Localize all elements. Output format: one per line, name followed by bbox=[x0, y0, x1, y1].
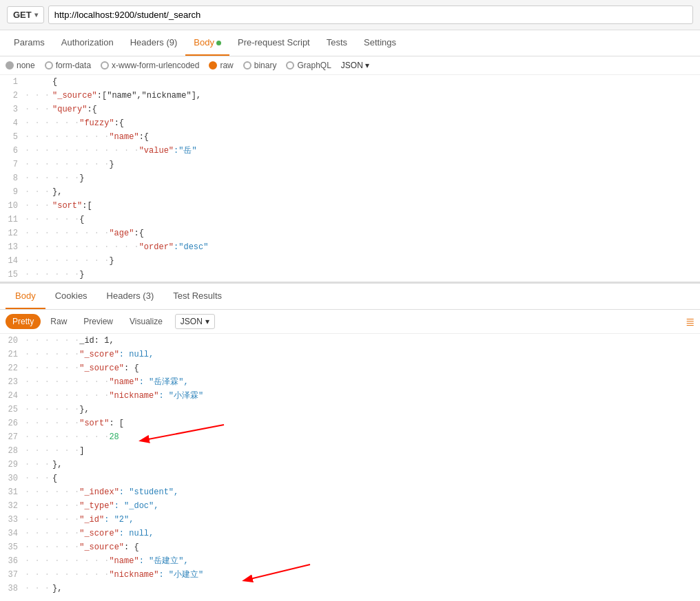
line-number: 26 bbox=[0, 417, 25, 430]
request-code-line: 12· · · · · · · · ·"age":{ bbox=[0, 226, 700, 240]
request-code-line: 11· · · · · ·{ bbox=[0, 213, 700, 226]
request-code-line: 10· · ·"sort":[ bbox=[0, 199, 700, 213]
line-number: 23 bbox=[0, 375, 25, 389]
response-code-line: 29· · ·}, bbox=[0, 458, 700, 472]
radio-graphql[interactable]: GraphQL bbox=[286, 61, 331, 70]
btn-raw[interactable]: Raw bbox=[43, 314, 74, 329]
tab-body[interactable]: Body bbox=[185, 30, 229, 56]
response-code-line: 32· · · · · ·"_type": "_doc", bbox=[0, 499, 700, 513]
line-dots: · · · bbox=[25, 185, 52, 199]
line-content: "_source": { bbox=[79, 361, 138, 375]
line-content: "nickname": "小泽霖" bbox=[109, 389, 203, 403]
line-number: 32 bbox=[0, 499, 25, 513]
line-dots: · · · · · · bbox=[25, 513, 79, 527]
line-number: 1 bbox=[0, 75, 25, 89]
response-code-line: 35· · · · · ·"_source": { bbox=[0, 540, 700, 554]
resp-format-chevron: ▾ bbox=[205, 317, 209, 326]
tab-params[interactable]: Params bbox=[6, 30, 53, 56]
line-number: 15 bbox=[0, 268, 25, 282]
resp-tab-testresults[interactable]: Test Results bbox=[163, 284, 231, 309]
response-code-line: 22· · · · · ·"_source": { bbox=[0, 361, 700, 375]
line-number: 37 bbox=[0, 568, 25, 582]
line-dots: · · · · · · · · · bbox=[25, 130, 109, 144]
tab-prerequest[interactable]: Pre-request Script bbox=[229, 30, 318, 56]
response-code-line: 25· · · · · ·}, bbox=[0, 403, 700, 417]
line-number: 3 bbox=[0, 103, 25, 116]
request-code-line: 6· · · · · · · · · · · ·"value":"岳" bbox=[0, 144, 700, 158]
method-select[interactable]: GET ▾ bbox=[7, 6, 44, 23]
line-content: "nickname": "小建立" bbox=[109, 568, 203, 582]
tab-settings[interactable]: Settings bbox=[356, 30, 404, 56]
line-content: 28 bbox=[109, 430, 119, 444]
line-number: 12 bbox=[0, 226, 25, 240]
line-dots: · · · · · · bbox=[25, 540, 79, 554]
line-number: 21 bbox=[0, 348, 25, 361]
response-format-select[interactable]: JSON ▾ bbox=[175, 314, 215, 329]
radio-graphql-circle bbox=[286, 61, 294, 70]
url-bar: GET ▾ bbox=[0, 0, 700, 30]
line-content: "_score": null, bbox=[79, 527, 154, 540]
line-content: } bbox=[109, 158, 114, 171]
line-number: 28 bbox=[0, 444, 25, 458]
radio-urlencoded[interactable]: x-www-form-urlencoded bbox=[101, 61, 199, 70]
json-format-label: JSON bbox=[341, 61, 363, 70]
line-number: 30 bbox=[0, 472, 25, 485]
line-content: }, bbox=[52, 458, 62, 472]
request-code-line: 4· · · · · ·"fuzzy":{ bbox=[0, 116, 700, 130]
btn-preview[interactable]: Preview bbox=[76, 314, 120, 329]
json-format-select[interactable]: JSON ▾ bbox=[341, 61, 369, 70]
line-content: "value":"岳" bbox=[139, 144, 197, 158]
line-dots: · · · · · · · · · bbox=[25, 254, 109, 268]
line-dots: · · · bbox=[25, 199, 52, 213]
filter-icon[interactable]: ≣ bbox=[686, 315, 694, 328]
request-code-area: 1{2· · ·"_source":["name","nickname"],3·… bbox=[0, 75, 700, 284]
radio-formdata[interactable]: form-data bbox=[45, 61, 91, 70]
line-content: }, bbox=[79, 403, 89, 417]
radio-binary[interactable]: binary bbox=[243, 61, 277, 70]
line-dots: · · · · · · · · · bbox=[25, 554, 109, 568]
line-dots: · · · · · · bbox=[25, 527, 79, 540]
line-dots: · · · · · · bbox=[25, 361, 79, 375]
line-content: ] bbox=[79, 444, 84, 458]
request-code-line: 1{ bbox=[0, 75, 700, 89]
line-dots: · · · bbox=[25, 458, 52, 472]
line-number: 29 bbox=[0, 458, 25, 472]
tab-headers[interactable]: Headers (9) bbox=[122, 30, 186, 56]
line-dots: · · · · · · bbox=[25, 403, 79, 417]
resp-tab-headers[interactable]: Headers (3) bbox=[97, 284, 164, 309]
resp-format-label: JSON bbox=[181, 317, 203, 326]
radio-binary-circle bbox=[243, 61, 251, 70]
line-number: 11 bbox=[0, 213, 25, 226]
resp-tab-cookies[interactable]: Cookies bbox=[45, 284, 97, 309]
line-content: "fuzzy":{ bbox=[79, 116, 124, 130]
response-code-line: 23· · · · · · · · ·"name": "岳泽霖", bbox=[0, 375, 700, 389]
line-number: 13 bbox=[0, 240, 25, 254]
line-dots: · · · · · · bbox=[25, 348, 79, 361]
line-dots: · · · · · · · · · bbox=[25, 430, 109, 444]
resp-tab-body[interactable]: Body bbox=[6, 284, 45, 309]
line-dots: · · · · · · bbox=[25, 485, 79, 499]
line-content: "sort": [ bbox=[79, 417, 124, 430]
radio-none-circle bbox=[6, 61, 14, 70]
line-content: "name":{ bbox=[109, 130, 149, 144]
response-code-line: 30· · ·{ bbox=[0, 472, 700, 485]
line-number: 27 bbox=[0, 430, 25, 444]
btn-pretty[interactable]: Pretty bbox=[6, 314, 41, 329]
line-content: "_score": null, bbox=[79, 348, 154, 361]
line-number: 7 bbox=[0, 158, 25, 171]
line-content: "name": "岳建立", bbox=[109, 554, 188, 568]
line-content: _id: 1, bbox=[79, 334, 114, 348]
line-content: "name": "岳泽霖", bbox=[109, 375, 188, 389]
btn-visualize[interactable]: Visualize bbox=[123, 314, 169, 329]
json-chevron-icon: ▾ bbox=[365, 61, 369, 70]
line-dots: · · · bbox=[25, 103, 52, 116]
line-number: 35 bbox=[0, 540, 25, 554]
radio-none[interactable]: none bbox=[6, 61, 35, 70]
tab-tests[interactable]: Tests bbox=[318, 30, 356, 56]
request-code-line: 15· · · · · ·} bbox=[0, 268, 700, 282]
line-number: 10 bbox=[0, 199, 25, 213]
url-input[interactable] bbox=[48, 6, 693, 24]
tab-authorization[interactable]: Authorization bbox=[53, 30, 122, 56]
radio-raw[interactable]: raw bbox=[209, 61, 233, 70]
line-content: "sort":[ bbox=[52, 199, 92, 213]
